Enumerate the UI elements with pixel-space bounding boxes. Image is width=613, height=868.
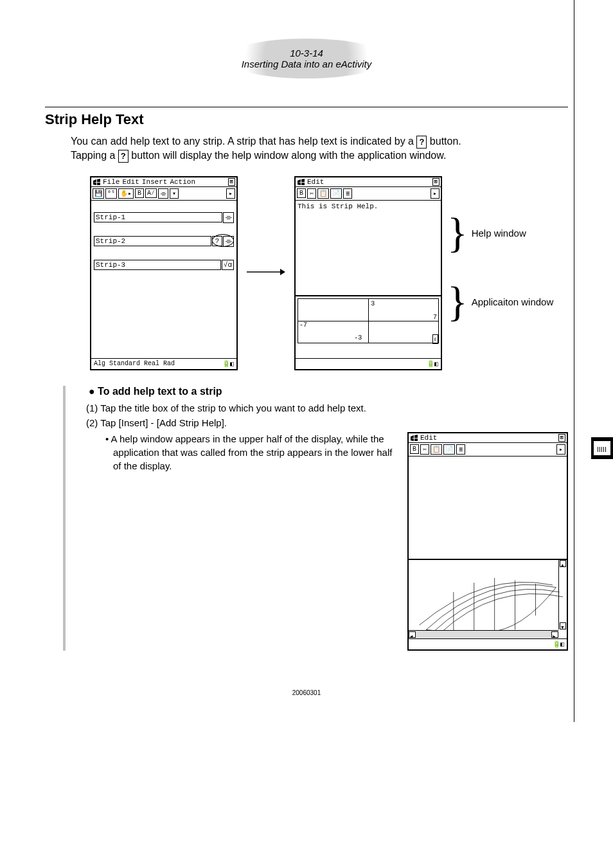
app-pane: 3 7 -7 -3 ⇕	[296, 296, 441, 358]
bullet-text: • A help window appears in the upper hal…	[113, 432, 395, 651]
menu-file: File	[103, 178, 120, 186]
list-icon: ≣	[343, 188, 352, 199]
strip-title: Strip-2	[94, 236, 211, 246]
bold-icon: B	[297, 188, 306, 198]
statusbar-a: Alg Standard Real Rad 🔋◧	[91, 358, 236, 369]
dropdown-icon: ▾	[170, 188, 179, 199]
app-logo-icon	[410, 434, 418, 442]
step-1: (1) Tap the title box of the strip to wh…	[103, 402, 568, 413]
more-icon: ▸	[556, 444, 565, 455]
help-icon: ?	[416, 136, 427, 149]
strip-row-2: Strip-2 ? ⌯	[94, 236, 234, 247]
screenshot-a: File Edit Insert Action ⊠ 💾 ⁰⁵ ✋▸ B A⁄ ⌯…	[90, 176, 238, 370]
svg-marker-1	[280, 269, 285, 275]
heading-text: To add help text to a strip	[98, 386, 222, 397]
graph-area: 3 7 -7 -3	[298, 298, 439, 343]
intro-1b: button.	[430, 136, 461, 147]
help-pane-empty	[409, 457, 567, 560]
statusbar-c: 🔋◧	[409, 638, 567, 649]
menu-edit: Edit	[420, 434, 437, 442]
battery-icon: 🔋◧	[222, 360, 234, 368]
step-2: (2) Tap [Insert] - [Add Strip Help].	[103, 417, 568, 428]
updown-icon: ⇕	[432, 334, 438, 344]
statusbar-b: 🔋◧	[296, 358, 441, 369]
app-logo-icon	[93, 178, 100, 186]
copy-icon: 📋	[431, 444, 442, 455]
copy-icon: 📋	[317, 188, 329, 199]
surface-pane: ▴ ▾ ◂ ▸	[409, 560, 567, 638]
callout-ring	[212, 234, 234, 247]
save-icon: 💾	[93, 188, 104, 199]
label-help-window: } Help window	[447, 228, 553, 239]
screenshot-c: Edit ⊠ B ✂ 📋 📄 ≣ ▸	[407, 432, 568, 651]
help-pane: This is Strip Help.	[296, 201, 441, 296]
paste-icon: 📄	[443, 444, 455, 455]
tick-right: 7	[433, 314, 437, 321]
procedure-heading: ● To add help text to a strip	[89, 386, 568, 397]
strip-title: Strip-1	[94, 212, 222, 222]
tick-left: -7	[299, 321, 307, 329]
label-app-window: } Applicaiton window	[447, 296, 553, 307]
intro-2b: button will display the help window alon…	[131, 150, 446, 161]
text-icon: A⁄	[145, 188, 157, 198]
toolbar-b: B ✂ 📋 📄 ≣ ▸	[296, 187, 441, 201]
graph-icon: ⌯	[158, 188, 168, 199]
help-content: This is Strip Help.	[298, 203, 378, 210]
label-text: Help window	[472, 228, 526, 239]
labels-column: } Help window } Applicaiton window	[447, 176, 553, 307]
strip-row-1: Strip-1 ⌯	[94, 212, 234, 223]
menu-action: Action	[170, 178, 195, 186]
strip-title: Strip-3	[94, 260, 221, 270]
battery-icon: 🔋◧	[553, 641, 564, 648]
battery-icon: 🔋◧	[427, 361, 438, 368]
side-tab-icon	[594, 441, 610, 455]
side-tab	[591, 437, 613, 459]
surface-plot	[413, 564, 563, 635]
strip-graph-icon: ⌯	[223, 212, 234, 223]
cut-icon: ✂	[307, 188, 316, 199]
menu-edit: Edit	[307, 178, 324, 186]
screenshot-b: Edit ⊠ B ✂ 📋 📄 ≣ ▸ This is Strip Help. 3	[294, 176, 442, 370]
page-header: 10-3-14 Inserting Data into an eActivity	[45, 39, 568, 78]
paste-icon: 📄	[330, 188, 342, 199]
list-icon: ≣	[456, 444, 465, 455]
scroll-down-icon: ▾	[560, 622, 566, 629]
right-margin-rule	[574, 0, 574, 722]
toolbar-c: B ✂ 📋 📄 ≣ ▸	[409, 443, 567, 457]
strip-root-icon: √α	[222, 260, 234, 270]
strip-row-3: Strip-3 √α	[94, 260, 234, 270]
close-icon: ⊠	[432, 178, 440, 186]
intro-text: You can add help text to any strip. A st…	[71, 134, 568, 163]
diagram-row: File Edit Insert Action ⊠ 💾 ⁰⁵ ✋▸ B A⁄ ⌯…	[90, 176, 568, 370]
intro-2a: Tapping a	[71, 150, 118, 161]
bullet-row: • A help window appears in the upper hal…	[113, 432, 568, 651]
label-text: Applicaiton window	[472, 296, 554, 307]
footer-code: 20060301	[45, 689, 568, 696]
scroll-right-icon: ▸	[551, 631, 558, 638]
more-icon: ▸	[431, 188, 440, 199]
close-icon: ⊠	[228, 178, 235, 186]
tick-bottom: -3	[354, 334, 362, 341]
tool-icon: ⁰⁵	[105, 188, 117, 199]
app-logo-icon	[297, 178, 305, 186]
cut-icon: ✂	[420, 444, 429, 455]
menubar-b: Edit ⊠	[296, 177, 441, 187]
more-icon: ▸	[226, 188, 235, 199]
vertical-scrollbar: ▴ ▾	[558, 560, 567, 629]
menu-insert: Insert	[142, 178, 168, 186]
tick-top: 3	[371, 300, 375, 307]
horizontal-scrollbar: ◂ ▸	[409, 630, 558, 638]
tool-icon: ✋▸	[118, 188, 134, 199]
help-icon: ?	[118, 150, 129, 163]
menubar-c: Edit ⊠	[409, 433, 567, 443]
page-number: 10-3-14	[242, 48, 372, 59]
screen-body-a: Strip-1 ⌯ Strip-2 ? ⌯ Strip-3 √α	[91, 201, 236, 358]
scroll-up-icon: ▴	[560, 560, 566, 567]
scroll-left-icon: ◂	[409, 631, 416, 638]
bold-icon: B	[135, 188, 144, 198]
close-icon: ⊠	[558, 434, 565, 442]
menu-edit: Edit	[122, 178, 139, 186]
arrow-icon	[243, 267, 289, 279]
y-axis	[368, 299, 369, 343]
section-title: Strip Help Text	[45, 107, 568, 128]
